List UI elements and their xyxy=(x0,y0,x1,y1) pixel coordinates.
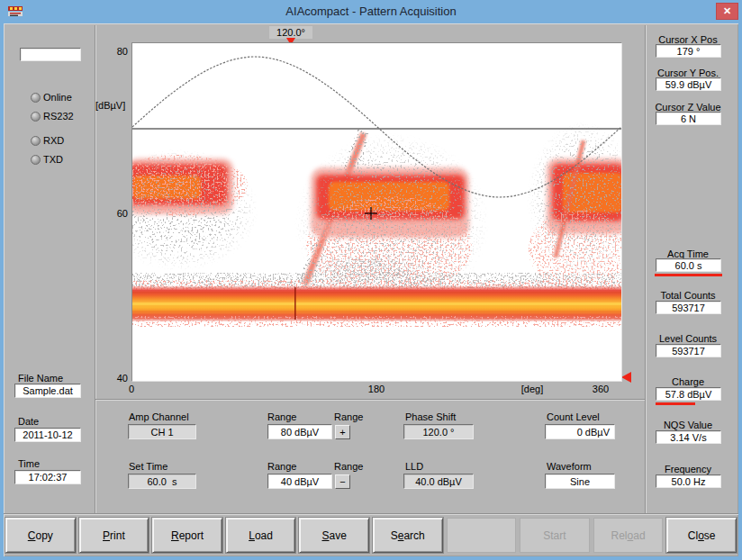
spacer-button xyxy=(447,518,517,553)
level-counts-label: Level Counts xyxy=(643,333,733,344)
close-button-label: Cl xyxy=(688,529,698,542)
x-tick-0: 0 xyxy=(126,384,137,394)
rs232-led-icon xyxy=(31,112,41,122)
total-counts-field: 593717 xyxy=(656,301,721,314)
charge-underline xyxy=(656,402,695,405)
rxd-led-icon xyxy=(31,136,41,146)
x-tick-360: 360 xyxy=(588,384,613,394)
range-plus-label: Range xyxy=(334,411,363,422)
copy-button[interactable]: Copy xyxy=(5,518,76,553)
phase-shift-field[interactable]: 120.0 ° xyxy=(403,424,474,439)
search-button-hotkey: e xyxy=(398,529,404,542)
button-row: Copy Print Report Load Save Search Start… xyxy=(4,517,738,554)
save-button-hotkey: S xyxy=(321,529,329,542)
close-button[interactable]: Close xyxy=(666,518,737,553)
cursor-z-field: 6 N xyxy=(656,112,721,125)
divider xyxy=(645,25,646,513)
print-button-hotkey: P xyxy=(103,529,110,542)
pattern-heatmap xyxy=(132,43,621,381)
x-tick-180: 180 xyxy=(364,384,389,394)
amp-channel-field[interactable]: CH 1 xyxy=(128,424,196,439)
close-button-hotkey: o xyxy=(698,529,704,542)
divider xyxy=(95,399,645,400)
waveform-label: Waveform xyxy=(547,461,592,472)
amp-channel-label: Amp Channel xyxy=(129,411,189,422)
file-name-label: File Name xyxy=(18,373,63,384)
range-lower-label: Range xyxy=(267,461,296,472)
frequency-label: Frequency xyxy=(643,464,733,474)
date-field[interactable]: 2011-10-12 xyxy=(14,428,81,442)
range-minus-button[interactable]: − xyxy=(335,474,350,489)
copy-button-label-rest: opy xyxy=(35,529,52,542)
application-window: AIAcompact - Pattern Acquisition ✕ Onlin… xyxy=(0,0,742,560)
print-button[interactable]: Print xyxy=(79,518,149,553)
led-label-rxd: RXD xyxy=(43,135,64,146)
range-lower-field[interactable]: 40 dBµV xyxy=(267,474,332,489)
report-button-hotkey: R xyxy=(171,529,179,542)
file-name-field[interactable]: Sample.dat xyxy=(14,384,81,398)
title-bar[interactable]: AIAcompact - Pattern Acquisition ✕ xyxy=(0,0,742,23)
window-title: AIAcompact - Pattern Acquisition xyxy=(0,5,742,18)
level-counts-field: 593717 xyxy=(656,344,721,357)
reload-button-label: Rel xyxy=(611,529,628,542)
led-label-online: Online xyxy=(43,92,72,103)
status-display-field[interactable] xyxy=(20,48,81,61)
led-label-txd: TXD xyxy=(43,154,63,165)
nqs-value-field: 3.14 V/s xyxy=(656,430,721,444)
range-upper-field[interactable]: 80 dBµV xyxy=(267,424,332,439)
load-button[interactable]: Load xyxy=(226,518,296,553)
count-level-field[interactable]: 0 dBµV xyxy=(545,424,615,439)
frequency-field: 50.0 Hz xyxy=(656,474,721,488)
range-upper-label: Range xyxy=(267,411,296,422)
acq-time-field: 60.0 s xyxy=(656,258,721,272)
x-axis-unit-label: [deg] xyxy=(515,384,549,394)
save-button[interactable]: Save xyxy=(299,518,369,553)
report-button[interactable]: Report xyxy=(152,518,222,553)
start-button: Start xyxy=(520,518,590,553)
time-label: Time xyxy=(18,458,40,469)
count-level-label: Count Level xyxy=(547,411,600,422)
report-button-label-rest: eport xyxy=(179,529,204,542)
lld-label: LLD xyxy=(405,461,423,472)
divider xyxy=(4,513,738,514)
close-icon[interactable]: ✕ xyxy=(716,3,738,20)
search-button-label-rest: arch xyxy=(403,529,424,542)
search-button[interactable]: Search xyxy=(373,518,443,553)
led-label-rs232: RS232 xyxy=(43,111,74,122)
print-button-label-rest: rint xyxy=(110,529,125,542)
charge-label: Charge xyxy=(643,376,733,387)
set-time-field[interactable]: 60.0 s xyxy=(128,474,196,489)
load-button-label-rest: oad xyxy=(255,529,273,542)
date-label: Date xyxy=(18,416,39,427)
search-button-label: S xyxy=(391,529,398,542)
divider xyxy=(95,25,95,513)
txd-led-icon xyxy=(31,155,41,165)
save-button-label-rest: ave xyxy=(330,529,347,542)
range-plus-button[interactable]: + xyxy=(335,425,350,439)
reload-button: Reload xyxy=(593,518,664,553)
axis-marker-icon[interactable] xyxy=(621,372,631,383)
waveform-field[interactable]: Sine xyxy=(545,474,615,489)
reload-button-label-rest: ad xyxy=(633,529,645,542)
close-button-label-rest: se xyxy=(704,529,716,542)
nqs-value-label: NQS Value xyxy=(643,420,733,430)
y-axis-unit-label: [dBµV] xyxy=(95,100,125,111)
cursor-x-field: 179 ° xyxy=(656,44,721,58)
time-field[interactable]: 17:02:37 xyxy=(14,470,81,484)
y-tick-60: 60 xyxy=(110,208,128,219)
acq-time-underline xyxy=(655,274,722,276)
lld-field[interactable]: 40.0 dBµV xyxy=(403,474,474,489)
total-counts-label: Total Counts xyxy=(643,290,733,301)
start-button-label: Start xyxy=(543,529,566,542)
load-button-hotkey: L xyxy=(249,529,255,542)
charge-field: 57.8 dBµV xyxy=(656,387,721,401)
phase-shift-label: Phase Shift xyxy=(405,411,456,422)
phase-marker-label: 120.0° xyxy=(269,26,312,39)
set-time-label: Set Time xyxy=(129,461,167,472)
copy-button-hotkey: C xyxy=(28,529,36,542)
online-led-icon xyxy=(31,93,41,103)
y-tick-80: 80 xyxy=(110,46,128,57)
reload-button-hotkey: o xyxy=(628,529,634,542)
cursor-y-field: 59.9 dBµV xyxy=(656,77,721,91)
range-minus-label: Range xyxy=(334,461,363,472)
